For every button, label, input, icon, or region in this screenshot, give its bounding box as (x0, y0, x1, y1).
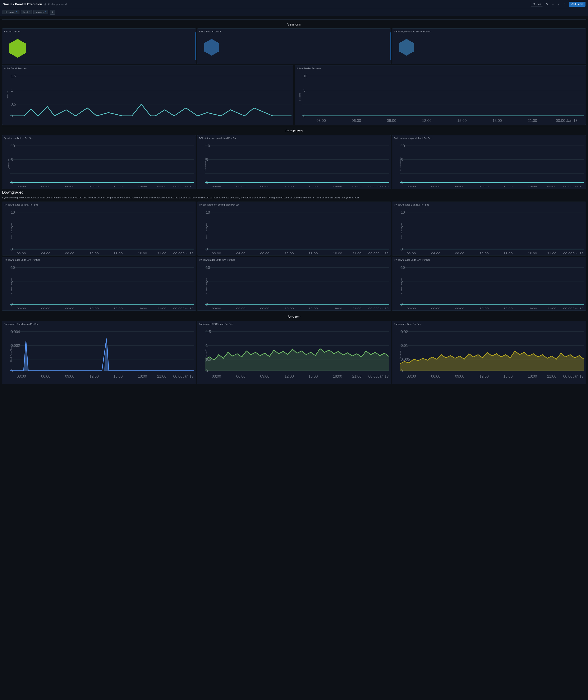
time-range-label: -24h (536, 3, 541, 6)
svg-text:09:00: 09:00 (455, 185, 464, 187)
dml-parallelized-title: DML statements parallelized Per Sec (394, 137, 584, 139)
px-75-99-chart: 10 5 0 03:00 06:00 09:00 12:00 15:00 18:… (400, 263, 584, 309)
svg-text:10: 10 (206, 144, 210, 148)
svg-text:21:00: 21:00 (157, 185, 166, 187)
active-serial-sessions-panel: Active Serial Sessions Sessions 1.5 1 0.… (2, 65, 293, 125)
add-filter-button[interactable]: + (50, 10, 55, 15)
svg-marker-2 (399, 39, 414, 56)
svg-text:21:00: 21:00 (547, 252, 556, 253)
svg-text:00:00Jan 13: 00:00Jan 13 (368, 185, 389, 187)
svg-text:06:00: 06:00 (352, 119, 361, 123)
filter-host-label: host (23, 11, 28, 13)
time-range-picker[interactable]: ⏱ -24h (531, 2, 543, 6)
parallel-query-slave-hexagon (398, 38, 415, 57)
svg-text:10: 10 (206, 210, 210, 214)
bg-cpu-chart: 1.5 1 0.5 0 03:00 06:00 09:00 12:00 15:0… (205, 327, 389, 382)
svg-text:10: 10 (11, 265, 15, 270)
svg-text:09:00: 09:00 (65, 252, 74, 253)
resize-handle[interactable] (195, 32, 196, 60)
sessions-hex-panels: Session Limit % Active Session Count Par… (2, 28, 586, 64)
ddl-parallelized-panel: DDL statements parallelized Per Sec Stat… (197, 135, 391, 189)
more-icon[interactable]: ⋮ (562, 2, 567, 6)
svg-marker-194 (205, 349, 389, 371)
refresh-icon[interactable]: ↻ (545, 2, 549, 6)
filter-host-value: * (29, 11, 29, 13)
chevron-down-icon[interactable]: ⌄ (551, 2, 555, 6)
svg-text:03:00: 03:00 (407, 307, 416, 309)
svg-text:10: 10 (303, 74, 308, 78)
app-header: Oracle - Parallel Execution ⎘ All change… (0, 0, 588, 8)
svg-text:00:00Jan 13: 00:00Jan 13 (368, 374, 389, 378)
active-serial-y-label: Sessions (6, 91, 8, 99)
px-1-25-chart-wrapper: PX Operations/Sec 10 5 0 03:00 06:00 09:… (394, 208, 584, 254)
px-1-25-chart: 10 5 0 03:00 06:00 09:00 12:00 15:00 18:… (400, 208, 584, 254)
svg-text:00:00Jan 13: 00:00Jan 13 (173, 307, 194, 309)
px-1-25-y-label: PX Operations/Sec (401, 222, 403, 239)
session-limit-title: Session Limit % (4, 30, 194, 33)
svg-text:12:00: 12:00 (479, 374, 489, 378)
svg-text:18:00: 18:00 (138, 307, 147, 309)
svg-text:21:00: 21:00 (547, 307, 556, 309)
filter-instance[interactable]: instance * (33, 10, 48, 14)
add-panel-button[interactable]: Add Panel (569, 2, 585, 7)
svg-text:21:00: 21:00 (157, 307, 166, 309)
queries-parallelized-panel: Queries parallelized Per Sec Queries/Sec… (2, 135, 196, 189)
svg-text:10: 10 (401, 144, 405, 148)
share-icon[interactable]: ⎘ (44, 3, 46, 6)
svg-text:1.5: 1.5 (11, 74, 16, 78)
svg-text:00:00Jan 13: 00:00Jan 13 (563, 252, 584, 253)
svg-text:10: 10 (401, 265, 405, 270)
px-50-75-y-label: PX Operations/Sec (206, 278, 208, 294)
svg-text:03:00: 03:00 (17, 307, 26, 309)
svg-text:06:00: 06:00 (41, 185, 50, 187)
bg-time-panel: Background Time Per Sec Active Sessions … (392, 321, 586, 384)
svg-text:15:00: 15:00 (113, 374, 123, 378)
svg-text:15:00: 15:00 (504, 307, 513, 309)
px-25-50-chart-wrapper: PX Operations/Sec 10 5 0 03:00 06:00 09:… (4, 263, 194, 309)
filter-icon[interactable]: ▾ (557, 2, 561, 6)
plus-icon: + (52, 10, 53, 14)
sessions-chart-panels: Active Serial Sessions Sessions 1.5 1 0.… (2, 65, 586, 125)
parallelized-panels: Queries parallelized Per Sec Queries/Sec… (2, 135, 586, 189)
svg-text:12:00: 12:00 (422, 119, 431, 123)
active-session-count-panel: Active Session Count (197, 28, 391, 64)
session-limit-panel: Session Limit % (2, 28, 196, 64)
svg-text:10: 10 (206, 265, 210, 270)
svg-text:10: 10 (11, 210, 15, 214)
main-content: Sessions Session Limit % Active Session … (0, 16, 588, 387)
svg-text:21:00: 21:00 (547, 185, 556, 187)
active-parallel-title: Active Parallel Sessions (297, 67, 584, 70)
svg-text:21:00: 21:00 (547, 374, 556, 378)
svg-text:03:00: 03:00 (17, 252, 26, 253)
downgraded-row1: PX downgraded to serial Per Sec PX Opera… (2, 202, 586, 255)
svg-text:12:00: 12:00 (89, 252, 99, 253)
px-50-75-chart-wrapper: PX Operations/Sec 10 5 0 03:00 06:00 09:… (199, 263, 389, 309)
svg-text:00:00Jan 13: 00:00Jan 13 (368, 252, 389, 253)
svg-text:0.5: 0.5 (11, 102, 16, 106)
svg-text:21:00: 21:00 (352, 185, 361, 187)
svg-text:15:00: 15:00 (308, 374, 318, 378)
svg-text:15:00: 15:00 (308, 307, 318, 309)
svg-text:5: 5 (303, 88, 306, 92)
bg-time-y-label: Active Sessions (399, 348, 401, 361)
filter-db-cluster-value: * (16, 11, 17, 13)
active-parallel-chart: 10 5 0 03:00 06:00 09:00 12:00 15:00 18:… (302, 71, 584, 123)
svg-text:18:00: 18:00 (528, 252, 537, 253)
svg-text:5: 5 (11, 158, 13, 162)
bg-checkpoints-panel: Background Checkpoints Per Sec Check Poi… (2, 321, 196, 384)
bg-checkpoints-chart: 0.004 0.002 0 03:00 06:00 09:00 12:00 15… (10, 327, 194, 382)
filter-host[interactable]: host * (21, 10, 32, 14)
ddl-parallelized-title: DDL statements parallelized Per Sec (199, 137, 389, 139)
downgraded-section: Downgraded If you are using the Parallel… (2, 190, 586, 311)
filter-db-cluster[interactable]: db_cluster * (3, 10, 19, 14)
resize-handle-2[interactable] (390, 32, 391, 60)
svg-text:00:00Jan 13: 00:00Jan 13 (563, 307, 584, 309)
parallel-query-slave-title: Parallel Query Slave Session Count (394, 30, 584, 33)
queries-parallelized-title: Queries parallelized Per Sec (4, 137, 194, 139)
filter-bar: db_cluster * host * instance * + (0, 8, 588, 16)
svg-text:21:00: 21:00 (352, 252, 361, 253)
dml-parallelized-panel: DML statements parallelized Per Sec Stat… (392, 135, 586, 189)
px-serial-panel: PX downgraded to serial Per Sec PX Opera… (2, 202, 196, 255)
svg-marker-0 (9, 39, 26, 58)
svg-text:0.002: 0.002 (11, 344, 20, 348)
